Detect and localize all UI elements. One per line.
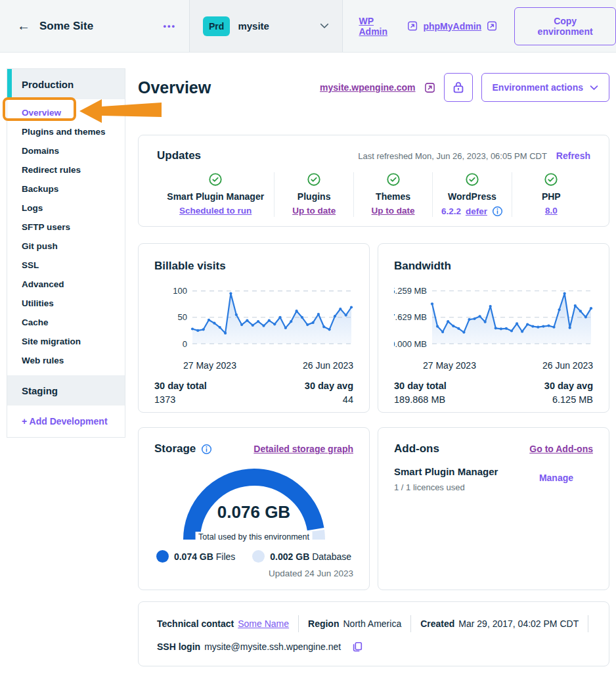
main-content: Overview mysite.wpengine.com Environment…: [138, 68, 609, 666]
sidebar-item-ssl[interactable]: SSL: [7, 256, 125, 275]
x-axis-start-label: 27 May 2023: [423, 360, 476, 371]
sidebar-item-web-rules[interactable]: Web rules: [7, 351, 125, 370]
update-column-php: PHP 8.0: [512, 172, 590, 217]
ssh-login: SSH loginmysite@mysite.ssh.wpengine.net: [157, 641, 341, 652]
update-column-wordpress: WordPress 6.2.2 defer: [433, 172, 512, 217]
check-circle-icon: [307, 172, 321, 187]
svg-text:7.629 MB: 7.629 MB: [394, 312, 427, 322]
storage-total-value: 0.076 GB: [172, 502, 336, 522]
sidebar-item-logs[interactable]: Logs: [7, 198, 125, 218]
divider: [588, 615, 588, 632]
addons-card: Add-ons Go to Add-ons Smart Plugin Manag…: [378, 427, 609, 590]
external-link-icon: [487, 20, 497, 32]
production-header-label: Production: [22, 79, 74, 90]
addon-name: Smart Plugin Manager: [394, 466, 498, 477]
sidebar-item-plugins-and-themes[interactable]: Plugins and themes: [7, 122, 125, 141]
refresh-button[interactable]: Refresh: [556, 151, 590, 161]
region-label: Region: [308, 618, 339, 629]
column-label: WordPress: [437, 191, 507, 202]
sidebar-item-site-migration[interactable]: Site migration: [7, 332, 125, 351]
addon-item: Smart Plugin Manager 1 / 1 licences used…: [394, 466, 593, 492]
region: RegionNorth America: [308, 618, 401, 629]
addons-title: Add-ons: [394, 442, 439, 455]
top-header: ← Some Site ••• Prd mysite WP Admin phpM…: [0, 0, 616, 53]
created: CreatedMar 29, 2017, 04:02 PM CDT: [420, 618, 579, 629]
update-column-smart-plugin-manager: Smart Plugin Manager Scheduled to run: [157, 172, 275, 217]
info-icon[interactable]: [492, 206, 503, 217]
column-label: Smart Plugin Manager: [161, 191, 270, 202]
sidebar-item-utilities[interactable]: Utilities: [7, 294, 125, 313]
sidebar-item-overview[interactable]: Overview: [7, 103, 125, 122]
chevron-down-icon: [320, 23, 329, 29]
updates-card: Updates Last refreshed Mon, Jun 26, 2023…: [138, 135, 609, 227]
storage-gauge-chart: [172, 459, 336, 544]
technical-contact-link[interactable]: Some Name: [238, 618, 289, 629]
environment-badge: Prd: [203, 16, 230, 36]
storage-total-caption: Total used by this environment: [195, 532, 313, 542]
chevron-down-icon: [590, 85, 598, 91]
defer-link[interactable]: defer: [466, 206, 487, 216]
column-label: PHP: [516, 191, 586, 202]
avg-label: 30 day avg: [305, 381, 353, 391]
lock-icon: [451, 80, 466, 95]
staging-header-label: Staging: [22, 385, 58, 396]
total-value: 189.868 MB: [394, 394, 447, 405]
legend-database: 0.002 GB Database: [252, 550, 351, 563]
storage-card: Storage Detailed storage graph 0.076 GB …: [138, 427, 370, 590]
sidebar-item-domains[interactable]: Domains: [7, 141, 125, 160]
copy-icon[interactable]: [351, 641, 363, 653]
environment-actions-button[interactable]: Environment actions: [481, 73, 609, 102]
active-environment-accent: [7, 69, 12, 99]
wordpress-version: 6.2.2: [441, 206, 461, 216]
billable-visits-chart: 100500: [154, 278, 355, 358]
plugins-status-link[interactable]: Up to date: [292, 206, 336, 216]
sidebar-item-backups[interactable]: Backups: [7, 179, 125, 198]
divider: [410, 615, 411, 632]
sidebar: Production Overview Plugins and themes D…: [7, 68, 125, 438]
more-options-button[interactable]: •••: [163, 21, 176, 31]
updates-title: Updates: [157, 149, 201, 162]
php-version-link[interactable]: 8.0: [545, 206, 558, 216]
detailed-storage-graph-link[interactable]: Detailed storage graph: [253, 444, 353, 454]
sidebar-item-git-push[interactable]: Git push: [7, 237, 125, 256]
manage-addon-link[interactable]: Manage: [539, 473, 573, 492]
region-value: North America: [343, 618, 401, 629]
svg-text:100: 100: [173, 286, 187, 296]
sidebar-item-advanced[interactable]: Advanced: [7, 275, 125, 294]
environment-name: mysite: [238, 20, 269, 32]
update-column-plugins: Plugins Up to date: [275, 172, 353, 217]
themes-status-link[interactable]: Up to date: [372, 206, 415, 216]
total-label: 30 day total: [394, 381, 447, 391]
addon-licences: 1 / 1 licences used: [394, 482, 498, 492]
password-protect-button[interactable]: [444, 73, 473, 102]
created-value: Mar 29, 2017, 04:02 PM CDT: [458, 618, 579, 629]
sidebar-item-redirect-rules[interactable]: Redirect rules: [7, 160, 125, 179]
spm-status-link[interactable]: Scheduled to run: [179, 206, 252, 216]
site-domain-link[interactable]: mysite.wpengine.com: [320, 82, 415, 93]
total-value: 1373: [154, 394, 207, 405]
svg-text:50: 50: [178, 312, 187, 322]
phpmyadmin-link[interactable]: phpMyAdmin: [423, 21, 481, 32]
external-link-icon: [407, 20, 418, 32]
sidebar-item-cache[interactable]: Cache: [7, 313, 125, 332]
x-axis-end-label: 26 Jun 2023: [303, 360, 353, 371]
sidebar-section-production[interactable]: Production: [7, 69, 125, 99]
environment-selector[interactable]: Prd mysite: [189, 0, 343, 52]
check-circle-icon: [386, 172, 401, 187]
external-link-icon: [424, 82, 435, 93]
site-name: Some Site: [39, 20, 93, 33]
check-circle-icon: [544, 172, 558, 187]
column-label: Themes: [358, 191, 428, 202]
svg-text:0.000 MB: 0.000 MB: [394, 339, 427, 349]
copy-environment-button[interactable]: Copy environment: [514, 7, 616, 45]
wp-admin-link[interactable]: WP Admin: [359, 16, 402, 37]
go-to-addons-link[interactable]: Go to Add-ons: [529, 444, 593, 454]
add-development-button[interactable]: + Add Development: [7, 406, 125, 437]
info-icon[interactable]: [201, 444, 212, 455]
sidebar-section-staging[interactable]: Staging: [7, 375, 125, 406]
sidebar-item-sftp-users[interactable]: SFTP users: [7, 218, 125, 237]
x-axis-start-label: 27 May 2023: [183, 360, 236, 371]
back-arrow-icon[interactable]: ←: [17, 18, 30, 34]
bandwidth-card: Bandwidth 5.259 MB7.629 MB0.000 MB 27 Ma…: [378, 243, 609, 413]
database-dot-icon: [252, 550, 265, 563]
